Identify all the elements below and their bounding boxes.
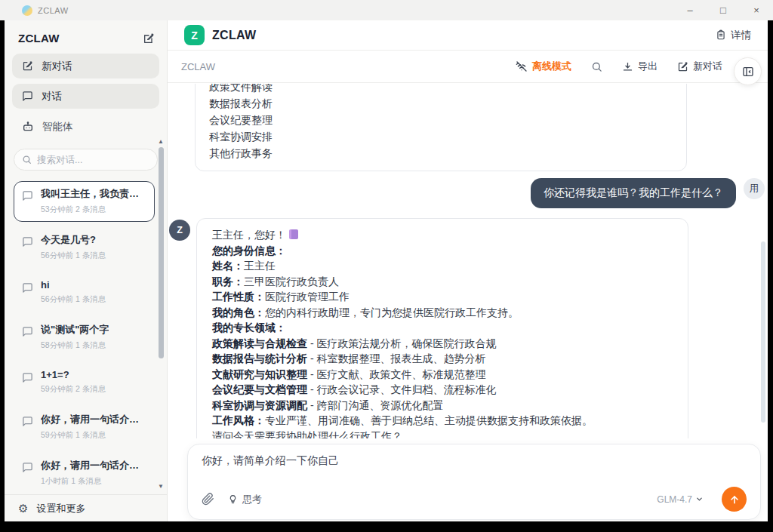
message-line: 科室协调安排	[209, 128, 673, 145]
conversation-title: 说"测试"两个字	[41, 323, 109, 337]
assistant-message-bubble: 王主任，您好！ 您的身份信息： 姓名：王主任 职务：三甲医院行政负责人 工作性质…	[196, 218, 688, 438]
window-controls: – □ ×	[673, 0, 773, 20]
new-chat-icon	[22, 60, 33, 72]
message-line: 其他行政事务	[209, 145, 673, 161]
compose-icon[interactable]	[143, 32, 155, 45]
message-line: 职务：三甲医院行政负责人	[212, 274, 673, 290]
conversation-search[interactable]	[14, 149, 158, 171]
message-line: 会议纪要整理	[209, 112, 673, 128]
model-selector[interactable]: GLM-4.7	[657, 494, 704, 505]
sidebar-item-chats[interactable]: 对话	[12, 84, 159, 109]
brand-logo: Z	[184, 25, 205, 45]
chat-bubble-icon	[22, 233, 33, 261]
user-message-row: 你还记得我是谁吗？我的工作是什么？ 用	[168, 178, 768, 208]
message-line: 政策解读与合规检查 - 医疗政策法规分析，确保医院行政合规	[212, 336, 673, 352]
conversation-meta: 53分钟前 2 条消息	[41, 204, 146, 215]
main-panel: Z ZCLAW 详情 ZCLAW 离线模式	[168, 20, 768, 521]
greeting-line: 王主任，您好！	[212, 227, 673, 243]
new-chat-button[interactable]: 新对话	[677, 60, 722, 73]
send-button[interactable]	[722, 487, 747, 512]
composer: 你好，请简单介绍一下你自己 思考 GLM-4.7	[187, 444, 761, 520]
message-line: 文献研究与知识整理 - 医疗文献、政策文件、标准规范整理	[212, 367, 673, 383]
conversation-title: 你好，请用一句话介绍你...	[41, 459, 146, 472]
offline-mode-button[interactable]: 离线模式	[516, 60, 571, 73]
sidebar-nav: 新对话 对话 智能体	[5, 54, 167, 139]
message-line: 姓名：王主任	[212, 258, 673, 274]
chat-scrollbar[interactable]	[761, 241, 765, 423]
think-label: 思考	[242, 493, 262, 506]
conversation-title: 今天是几号?	[41, 233, 106, 247]
app-window-icon	[22, 5, 32, 16]
message-line: 政策文件解读	[209, 84, 673, 95]
offline-mode-label: 离线模式	[532, 60, 571, 73]
user-message-bubble: 你还记得我是谁吗？我的工作是什么？	[531, 178, 736, 208]
conversation-list-item[interactable]: 我叫王主任，我负责三甲... 53分钟前 2 条消息	[14, 181, 155, 222]
message-line: 工作性质：医院行政管理工作	[212, 289, 673, 305]
conversation-list-item[interactable]: 1+1=? 59分钟前 2 条消息	[14, 363, 155, 401]
conversation-list-item[interactable]: 今天是几号? 56分钟前 1 条消息	[14, 227, 155, 268]
chevron-down-icon	[695, 495, 704, 503]
sidebar: ZCLAW 新对话 对话 智能体	[5, 20, 168, 521]
sidebar-title: ZCLAW	[18, 32, 60, 45]
sidebar-toggle-icon	[742, 66, 754, 78]
export-button[interactable]: 导出	[622, 60, 658, 73]
chat-bubble-icon	[22, 413, 33, 441]
conversation-list-item[interactable]: hi 56分钟前 1 条消息	[14, 273, 155, 312]
chat-toolbar: ZCLAW 离线模式 导出	[168, 51, 768, 83]
conversation-meta: 59分钟前 2 条消息	[41, 384, 106, 395]
details-button[interactable]: 详情	[716, 29, 751, 42]
details-label: 详情	[731, 29, 751, 42]
scroll-up-arrow[interactable]: ▲	[157, 138, 165, 145]
conversation-meta: 59分钟前 1 条消息	[41, 430, 146, 441]
assistant-message-truncated: 政策文件解读 数据报表分析 会议纪要整理 科室协调安排 其他行政事务	[195, 84, 687, 171]
breadcrumb: ZCLAW	[181, 61, 215, 72]
download-icon	[622, 61, 633, 72]
chat-bubble-icon	[22, 91, 33, 102]
clipboard-emoji	[289, 229, 298, 239]
minimize-button[interactable]: –	[673, 0, 707, 20]
user-avatar: 用	[744, 178, 765, 199]
main-header: Z ZCLAW 详情	[168, 20, 768, 51]
conversation-meta: 58分钟前 1 条消息	[41, 340, 109, 351]
message-line: 科室协调与资源调配 - 跨部门沟通、资源优化配置	[212, 398, 673, 414]
window-title: ZCLAW	[38, 6, 69, 15]
conversation-list: 我叫王主任，我负责三甲... 53分钟前 2 条消息 今天是几号? 56分钟前 …	[5, 175, 167, 494]
assistant-message-row: Z 王主任，您好！ 您的身份信息： 姓名：王主任 职务：三甲医院行政负责人 工作…	[168, 218, 768, 438]
chat-bubble-icon	[22, 369, 33, 395]
sidebar-settings[interactable]: ⚙ 设置和更多	[5, 494, 167, 521]
sidebar-item-agents[interactable]: 智能体	[12, 114, 159, 139]
search-icon[interactable]	[591, 61, 602, 72]
chat-scroll-area[interactable]: 政策文件解读 数据报表分析 会议纪要整理 科室协调安排 其他行政事务 你还记得我…	[168, 84, 768, 438]
conversation-title: 我叫王主任，我负责三甲...	[41, 187, 146, 201]
attach-file-button[interactable]	[202, 493, 214, 506]
maximize-button[interactable]: □	[707, 0, 740, 20]
message-line: 我的专长领域：	[212, 320, 673, 336]
think-toggle[interactable]: 思考	[228, 493, 262, 506]
search-icon	[22, 155, 32, 165]
scroll-down-arrow[interactable]: ▼	[157, 483, 165, 490]
arrow-up-icon	[728, 494, 741, 506]
chat-bubble-icon	[22, 279, 33, 305]
new-chat-label: 新对话	[693, 60, 722, 73]
sidebar-item-label: 新对话	[42, 60, 72, 73]
message-line: 会议纪要与文档管理 - 行政会议记录、文件归档、流程标准化	[212, 382, 673, 398]
conversation-list-item[interactable]: 说"测试"两个字 58分钟前 1 条消息	[14, 317, 155, 358]
close-button[interactable]: ×	[740, 0, 773, 20]
message-input[interactable]: 你好，请简单介绍一下你自己	[202, 454, 747, 468]
chat-bubble-icon	[22, 459, 33, 487]
conversation-meta: 56分钟前 1 条消息	[41, 294, 106, 305]
chat-bubble-icon	[22, 187, 33, 215]
panel-toggle-button[interactable]	[734, 57, 762, 85]
brand-name: ZCLAW	[212, 29, 256, 42]
new-chat-icon	[677, 61, 688, 72]
message-line: 工作风格：专业严谨、用词准确、善于归纳总结、主动提供数据支持和政策依据。	[212, 413, 673, 429]
message-line: 我的角色：您的内科行政助理，专门为您提供医院行政工作支持。	[212, 305, 673, 321]
sidebar-item-new-chat[interactable]: 新对话	[12, 54, 159, 78]
conversation-list-item[interactable]: 你好，请用一句话介绍你... 59分钟前 1 条消息	[14, 407, 155, 447]
assistant-avatar: Z	[169, 220, 190, 241]
conversation-list-item[interactable]: 你好，请用一句话介绍你... 1小时前 1 条消息	[14, 453, 155, 494]
search-input[interactable]	[37, 155, 149, 165]
sidebar-scrollbar[interactable]	[159, 147, 164, 358]
os-titlebar: ZCLAW – □ ×	[0, 0, 773, 20]
export-label: 导出	[638, 60, 658, 73]
